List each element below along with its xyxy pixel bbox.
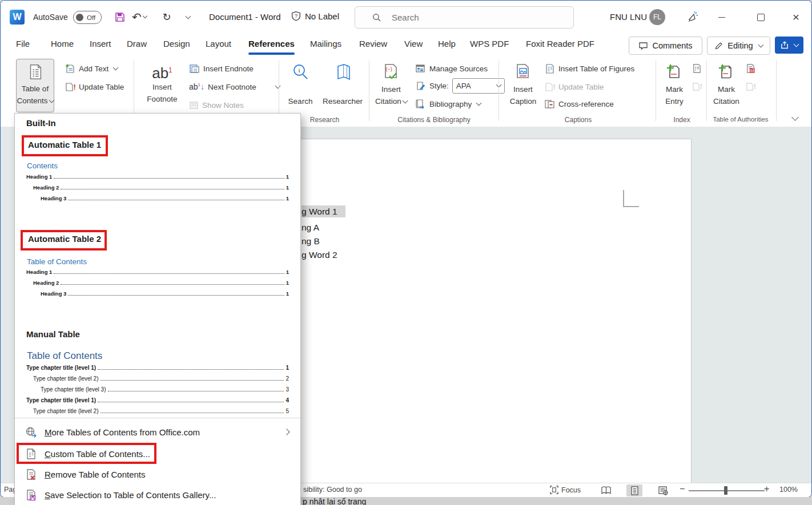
doc-text-line[interactable]: g Word 1 [302,207,345,217]
quick-access-overflow-button[interactable] [180,10,195,25]
cross-reference-button[interactable]: Cross-reference [544,97,614,111]
word-logo-icon[interactable]: W [10,10,25,25]
manage-sources-button[interactable]: Manage Sources [415,62,488,75]
toc-preview-row[interactable]: Heading 21 [26,280,289,286]
insert-table-of-authorities-button[interactable] [745,62,755,75]
focus-button[interactable]: Focus [550,486,581,494]
bibliography-button[interactable]: Bibliography [415,97,481,111]
insert-citation-button[interactable]: (−) Insert Citation [373,59,409,112]
toa-group-label: Table of Authorities [706,116,775,123]
doc-text-line[interactable]: ng A [302,223,319,233]
toc-preview-row[interactable]: Type chapter title (level 1)1 [26,365,289,371]
toc-preview-row[interactable]: Type chapter title (level 2)2 [26,375,289,382]
search-box[interactable] [355,6,574,29]
toc-preview-row[interactable]: Type chapter title (level 3)3 [26,386,289,393]
print-layout-button[interactable] [626,484,642,496]
tab-view[interactable]: View [404,39,423,49]
auto2-preview-heading[interactable]: Table of Contents [27,257,87,266]
menu-item-more-tables[interactable]: More Tables of Contents from Office.com [19,422,296,442]
editing-mode-button[interactable]: Editing [707,37,770,55]
undo-button[interactable]: ↶ [132,10,147,25]
tab-home[interactable]: Home [51,39,74,49]
collapse-ribbon-button[interactable] [791,113,798,123]
tab-design[interactable]: Design [163,39,190,49]
comments-button[interactable]: Comments [629,37,702,55]
mark-entry-button[interactable]: Mark Entry [660,59,689,112]
researcher-button[interactable]: Researcher [319,59,366,112]
toc-preview-row[interactable]: Type chapter title (level 1)4 [26,397,289,403]
tab-mailings[interactable]: Mailings [310,39,341,49]
save-button[interactable] [112,10,127,25]
auto1-preview-heading[interactable]: Contents [27,161,58,170]
update-table-of-authorities-button[interactable]: ! [745,80,755,94]
search-input[interactable] [391,12,573,23]
gallery-item-automatic-table-1[interactable]: Automatic Table 1 [28,140,101,150]
show-notes-button[interactable]: Show Notes [189,98,244,112]
sensitivity-label-text: No Label [305,11,339,21]
style-row: Style: APA [415,79,505,92]
sensitivity-label[interactable]: ? No Label [291,11,339,22]
menu-item-save-selection[interactable]: Save Selection to Table of Contents Gall… [19,485,296,504]
update-table-button[interactable]: ! Update Table [65,80,124,94]
tab-insert[interactable]: Insert [90,39,111,49]
close-button[interactable]: × [787,9,805,25]
tab-help[interactable]: Help [438,39,456,49]
announcements-button[interactable] [684,9,701,25]
autosave-toggle[interactable]: Off [73,11,102,24]
user-name: FNU LNU [610,12,647,22]
toc-preview-row[interactable]: Heading 11 [26,269,289,275]
zoom-slider-thumb[interactable] [724,486,727,495]
mark-citation-button[interactable]: Mark Citation [710,59,743,112]
smart-search-button[interactable]: i Search [283,59,317,112]
insert-endnote-button[interactable]: [i] Insert Endnote [189,62,254,75]
zoom-in-button[interactable]: + [764,484,769,494]
gallery-item-manual-table[interactable]: Manual Table [26,329,80,339]
share-button[interactable] [775,37,803,54]
read-mode-icon [601,486,611,495]
tab-references[interactable]: References [248,39,295,49]
insert-citation-label1: Insert [373,84,409,95]
avatar[interactable]: FL [649,9,665,25]
update-table-figures-button[interactable]: ! Update Table [544,80,604,94]
insert-footnote-button[interactable]: ab1 Insert Footnote [142,59,183,112]
insert-table-of-figures-button[interactable]: Insert Table of Figures [544,62,634,75]
menu-item-remove-toc[interactable]: Remove Table of Contents [19,464,296,484]
smart-search-icon: i [291,63,309,81]
doc-text-line[interactable]: ng B [302,236,320,247]
toc-preview-row[interactable]: Heading 21 [26,184,289,191]
group-separator [499,60,499,121]
zoom-out-button[interactable]: − [680,484,685,494]
menu-item-custom-toc[interactable]: Custom Table of Contents... [19,444,296,463]
selected-text: g Word 1 [302,205,345,217]
tab-review[interactable]: Review [359,39,387,49]
toc-preview-row[interactable]: Heading 31 [26,195,289,201]
zoom-level[interactable]: 100% [779,486,798,494]
accessibility-status[interactable]: sibility: Good to go [303,486,362,494]
tab-draw[interactable]: Draw [127,39,147,49]
next-footnote-button[interactable]: ab1↓ Next Footnote [189,80,280,94]
tab-wps-pdf[interactable]: WPS PDF [470,39,509,49]
index-group-label: Index [660,116,704,124]
style-select[interactable]: APA [452,78,505,94]
tab-foxit-reader-pdf[interactable]: Foxit Reader PDF [526,39,594,49]
read-mode-button[interactable] [598,484,614,496]
tab-file[interactable]: File [16,39,30,49]
gallery-item-automatic-table-2[interactable]: Automatic Table 2 [28,234,101,244]
insert-caption-icon [514,63,532,81]
insert-index-button[interactable] [692,62,702,75]
manual-preview-heading[interactable]: Table of Contents [27,350,102,362]
table-of-contents-button[interactable]: Table of Contents [16,59,54,112]
doc-text-line[interactable]: g Word 2 [302,250,337,260]
update-toa-icon: ! [745,82,755,92]
insert-caption-button[interactable]: Insert Caption [505,59,541,112]
maximize-button[interactable] [752,9,769,25]
toc-preview-row[interactable]: Heading 31 [26,290,289,297]
minimize-button[interactable] [713,9,730,25]
toc-preview-row[interactable]: Heading 11 [26,173,289,180]
add-text-button[interactable]: Add Text [65,62,118,75]
tab-layout[interactable]: Layout [206,39,231,49]
toc-preview-row[interactable]: Type chapter title (level 2)5 [26,408,289,414]
update-index-button[interactable]: ! [692,80,702,94]
web-layout-button[interactable] [655,484,671,496]
redo-button[interactable]: ↻ [159,10,174,25]
